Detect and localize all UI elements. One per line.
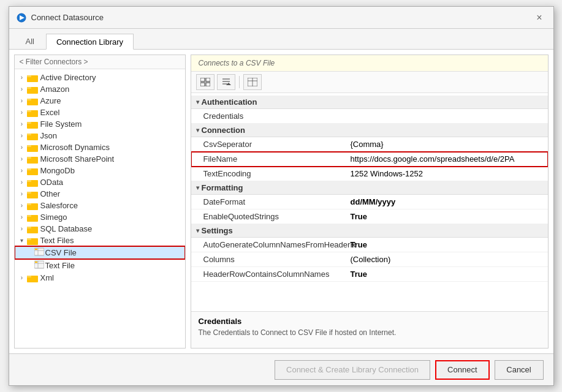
arrow-file-system: › bbox=[17, 121, 27, 127]
folder-icon-xml bbox=[27, 274, 38, 282]
tree-item-simego[interactable]: › Simego bbox=[15, 211, 185, 223]
svg-rect-17 bbox=[27, 157, 31, 159]
prop-label-text-encoding: TextEncoding bbox=[203, 169, 351, 178]
tree-item-xml[interactable]: › Xml bbox=[15, 272, 185, 284]
content-area: < Filter Connectors > › Active Directory… bbox=[9, 50, 553, 353]
folder-icon-simego bbox=[27, 213, 38, 222]
arrow-connection: ▾ bbox=[196, 127, 199, 134]
tree-item-json[interactable]: › Json bbox=[15, 130, 185, 141]
folder-icon-text-files bbox=[27, 236, 38, 245]
folder-icon-salesforce bbox=[27, 202, 38, 210]
section-formatting[interactable]: ▾ Formatting bbox=[191, 181, 548, 195]
folder-icon-odata bbox=[27, 178, 38, 187]
tree-label-salesforce: Salesforce bbox=[40, 201, 78, 210]
svg-rect-43 bbox=[206, 78, 210, 81]
tree-item-other[interactable]: › Other bbox=[15, 188, 185, 200]
folder-icon-microsoft-sharepoint bbox=[27, 155, 38, 164]
tree-item-text-file[interactable]: › Text File bbox=[15, 259, 185, 272]
close-button[interactable]: × bbox=[533, 12, 545, 24]
prop-value-header-row: True bbox=[351, 270, 543, 279]
app-icon bbox=[17, 13, 26, 23]
section-connection-label: Connection bbox=[202, 126, 246, 135]
section-settings-label: Settings bbox=[202, 226, 233, 235]
svg-rect-13 bbox=[27, 134, 31, 135]
properties-area: ▾ Authentication Credentials ▾ Connectio… bbox=[191, 93, 548, 311]
tree-item-csv-file[interactable]: › CSV File bbox=[15, 246, 185, 259]
arrow-other: › bbox=[17, 190, 27, 197]
tab-connection-library[interactable]: Connection Library bbox=[46, 34, 134, 50]
svg-rect-7 bbox=[27, 99, 31, 100]
svg-rect-15 bbox=[27, 145, 31, 147]
tree-item-sql-database[interactable]: › SQL Database bbox=[15, 223, 185, 235]
table-icon-csv-file bbox=[34, 247, 44, 258]
section-authentication[interactable]: ▾ Authentication bbox=[191, 96, 548, 109]
arrow-azure: › bbox=[17, 97, 27, 104]
tree-item-microsoft-sharepoint[interactable]: › Microsoft SharePoint bbox=[15, 153, 185, 165]
grid-icon bbox=[200, 78, 210, 86]
svg-rect-45 bbox=[206, 83, 210, 86]
tree-item-microsoft-dynamics[interactable]: › Microsoft Dynamics bbox=[15, 141, 185, 153]
tree-label-simego: Simego bbox=[40, 213, 67, 222]
tree-label-json: Json bbox=[40, 131, 57, 140]
titlebar-left: Connect Datasource bbox=[17, 13, 104, 23]
arrow-text-files: ▾ bbox=[17, 237, 27, 244]
connect-button[interactable]: Connect bbox=[435, 360, 489, 380]
arrow-mongodb: › bbox=[17, 167, 27, 174]
arrow-amazon: › bbox=[17, 86, 27, 92]
svg-rect-27 bbox=[27, 215, 31, 217]
svg-rect-25 bbox=[27, 203, 31, 205]
svg-rect-23 bbox=[27, 192, 31, 194]
tree-item-mongodb[interactable]: › MongoDb bbox=[15, 165, 185, 176]
tree-item-active-directory[interactable]: › Active Directory bbox=[15, 72, 185, 83]
prop-value-filename: https://docs.google.com/spreadsheets/d/e… bbox=[351, 154, 543, 164]
prop-row-filename: FileName https://docs.google.com/spreads… bbox=[191, 152, 548, 167]
folder-icon-other bbox=[27, 190, 38, 198]
connect-library-button[interactable]: Connect & Create Library Connection bbox=[275, 360, 430, 380]
svg-rect-21 bbox=[27, 180, 31, 182]
prop-row-columns: Columns (Collection) bbox=[191, 252, 548, 267]
cancel-button[interactable]: Cancel bbox=[495, 360, 544, 380]
svg-rect-11 bbox=[27, 122, 31, 124]
tree-item-text-files[interactable]: ▾ Text Files bbox=[15, 235, 185, 246]
tree-item-odata[interactable]: › OData bbox=[15, 176, 185, 188]
table-view-button[interactable] bbox=[243, 74, 262, 90]
svg-rect-39 bbox=[35, 262, 37, 263]
folder-icon-active-directory bbox=[27, 74, 38, 82]
tab-all[interactable]: All bbox=[15, 33, 45, 49]
prop-label-auto-generate: AutoGenerateColumnNamesFromHeaderR bbox=[203, 240, 351, 249]
prop-label-credentials: Credentials bbox=[203, 111, 351, 121]
tab-bar: All Connection Library bbox=[9, 29, 553, 50]
right-panel: Connects to a CSV File bbox=[191, 55, 549, 349]
left-panel: < Filter Connectors > › Active Directory… bbox=[14, 55, 186, 349]
section-settings[interactable]: ▾ Settings bbox=[191, 224, 548, 238]
dialog: Connect Datasource × All Connection Libr… bbox=[9, 6, 554, 386]
arrow-odata: › bbox=[17, 179, 27, 186]
svg-rect-35 bbox=[35, 249, 37, 250]
grid-view-button[interactable] bbox=[196, 74, 215, 90]
tree-item-file-system[interactable]: › File System bbox=[15, 118, 185, 130]
tree-label-sql-database: SQL Database bbox=[40, 224, 93, 233]
tree-item-azure[interactable]: › Azure bbox=[15, 95, 185, 107]
prop-label-date-format: DateFormat bbox=[203, 197, 351, 206]
tree-label-azure: Azure bbox=[40, 96, 61, 105]
tree-item-salesforce[interactable]: › Salesforce bbox=[15, 200, 185, 211]
arrow-settings: ▾ bbox=[196, 227, 199, 234]
svg-rect-31 bbox=[27, 238, 31, 240]
arrow-formatting: ▾ bbox=[196, 184, 199, 191]
section-connection[interactable]: ▾ Connection bbox=[191, 124, 548, 137]
tree-label-mongodb: MongoDb bbox=[40, 166, 75, 175]
sort-view-button[interactable] bbox=[217, 74, 235, 90]
section-formatting-label: Formatting bbox=[202, 183, 243, 192]
folder-icon-microsoft-dynamics bbox=[27, 143, 38, 152]
tree-label-text-files: Text Files bbox=[40, 236, 74, 245]
tree-item-amazon[interactable]: › Amazon bbox=[15, 83, 185, 95]
prop-value-date-format: dd/MM/yyyy bbox=[351, 197, 543, 206]
table-icon bbox=[248, 78, 257, 86]
filter-connectors[interactable]: < Filter Connectors > bbox=[15, 55, 185, 69]
tree-label-xml: Xml bbox=[40, 273, 54, 282]
prop-row-date-format: DateFormat dd/MM/yyyy bbox=[191, 195, 548, 209]
tree-item-excel[interactable]: › Excel bbox=[15, 107, 185, 118]
arrow-microsoft-sharepoint: › bbox=[17, 156, 27, 162]
section-authentication-label: Authentication bbox=[202, 97, 257, 107]
tree-label-microsoft-dynamics: Microsoft Dynamics bbox=[40, 143, 110, 152]
